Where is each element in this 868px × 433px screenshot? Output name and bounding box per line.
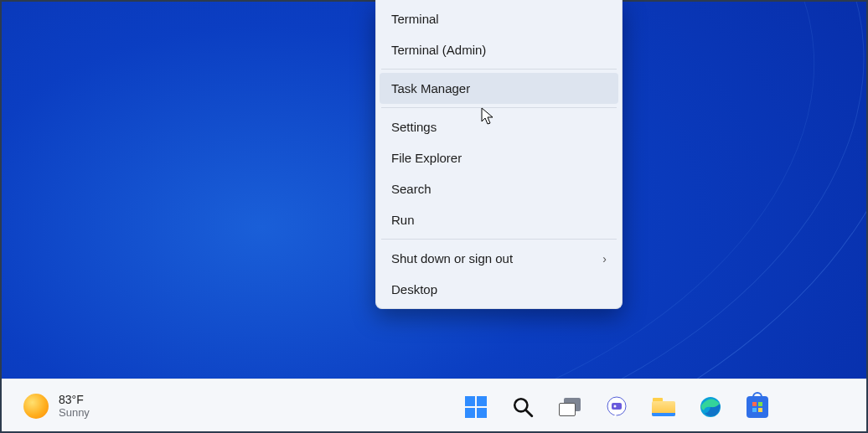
menu-item-shutdown[interactable]: Shut down or sign out › [380,243,618,274]
search-icon [512,396,534,418]
taskbar-icons [459,379,774,433]
menu-item-label: Search [391,182,431,196]
weather-condition: Sunny [59,407,90,420]
menu-item-label: Desktop [391,282,437,296]
menu-item-terminal[interactable]: Terminal [380,3,618,34]
chat-icon [605,395,628,419]
sun-icon [23,394,49,419]
desktop[interactable]: Terminal Terminal (Admin) Task Manager S… [0,0,868,379]
task-view-icon [559,398,581,416]
menu-item-task-manager[interactable]: Task Manager [380,73,618,104]
menu-item-desktop[interactable]: Desktop [380,274,618,305]
chevron-right-icon: › [602,252,607,265]
weather-text: 83°F Sunny [59,393,90,419]
file-explorer-icon [652,398,675,416]
task-view-button[interactable] [553,390,586,424]
svg-rect-4 [614,405,617,407]
menu-item-search[interactable]: Search [380,173,618,204]
menu-item-label: Task Manager [391,81,470,95]
menu-item-label: Shut down or sign out [391,251,513,265]
weather-temp: 83°F [59,393,90,406]
menu-item-file-explorer[interactable]: File Explorer [380,142,618,173]
store-icon [747,396,768,418]
menu-separator [381,239,617,240]
winx-context-menu: Terminal Terminal (Admin) Task Manager S… [375,0,623,309]
menu-item-terminal-admin[interactable]: Terminal (Admin) [380,34,618,65]
svg-rect-3 [612,403,622,410]
file-explorer-button[interactable] [647,390,680,424]
menu-item-label: Terminal (Admin) [391,43,486,57]
menu-separator [381,107,617,108]
taskbar: 83°F Sunny [0,379,868,433]
svg-line-1 [525,410,531,415]
menu-separator [381,69,617,70]
search-button[interactable] [506,390,540,424]
menu-item-label: Run [391,213,415,227]
menu-item-run[interactable]: Run [380,204,618,235]
store-button[interactable] [741,390,774,424]
edge-button[interactable] [694,390,727,424]
menu-item-label: Terminal [391,12,439,26]
start-icon [465,396,487,418]
start-button[interactable] [459,390,493,424]
menu-item-label: File Explorer [391,151,462,165]
weather-widget[interactable]: 83°F Sunny [23,393,90,419]
menu-item-label: Settings [391,120,437,134]
chat-button[interactable] [600,390,633,424]
edge-icon [699,395,722,419]
menu-item-settings[interactable]: Settings [380,111,618,142]
